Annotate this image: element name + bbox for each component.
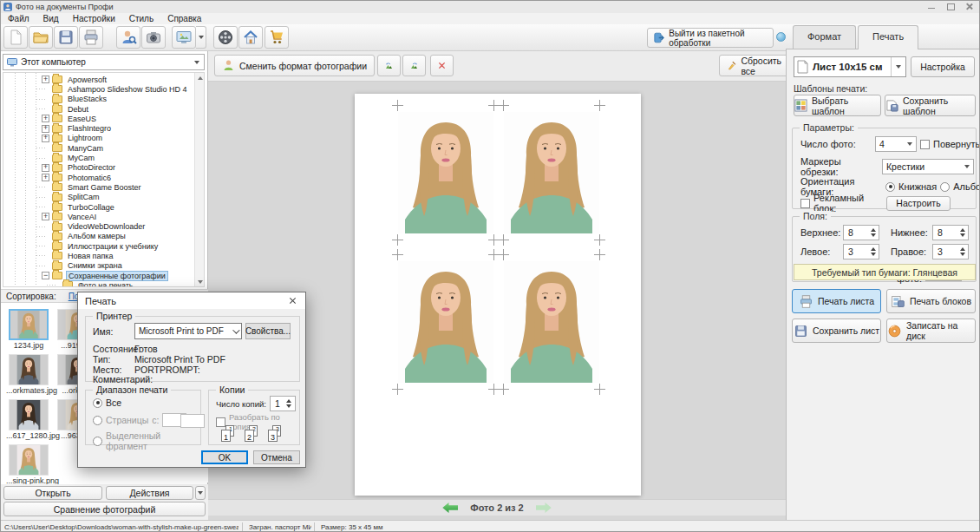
tree-item[interactable]: SplitCam bbox=[3, 193, 193, 202]
tree-item[interactable]: BlueStacks bbox=[3, 95, 193, 104]
actions-dropdown[interactable] bbox=[195, 486, 206, 500]
tree-item[interactable]: ManyCam bbox=[3, 143, 193, 153]
next-photo-icon[interactable] bbox=[536, 502, 552, 513]
ok-button[interactable]: OK bbox=[201, 450, 248, 464]
range-to-input[interactable] bbox=[180, 414, 205, 428]
tree-item[interactable]: Снимки экрана bbox=[3, 261, 193, 271]
tree-item[interactable]: Lightroom bbox=[3, 134, 193, 143]
ad-block-checkbox[interactable] bbox=[800, 199, 810, 208]
tree-item[interactable]: Debut bbox=[3, 104, 193, 114]
cancel-button[interactable]: Отмена bbox=[253, 450, 300, 464]
tree-item[interactable]: Альбом камеры bbox=[3, 232, 193, 241]
print-blocks-button[interactable]: Печать блоков bbox=[886, 289, 976, 313]
thumbnail[interactable]: ...sing-pink.png bbox=[6, 444, 51, 485]
menu-view[interactable]: Вид bbox=[36, 14, 66, 23]
printer-properties-button[interactable]: Свойства... bbox=[245, 323, 291, 339]
tree-item[interactable]: FlashIntegro bbox=[3, 123, 193, 133]
burn-disc-button[interactable]: Записать на диск bbox=[886, 319, 976, 343]
actions-button[interactable]: Действия bbox=[106, 486, 193, 500]
landscape-radio[interactable] bbox=[940, 182, 950, 192]
screen-format-button[interactable] bbox=[172, 26, 196, 49]
tree-item[interactable]: VanceAI bbox=[3, 212, 193, 221]
portrait-radio[interactable] bbox=[885, 182, 895, 192]
tree-item[interactable]: Apowersoft bbox=[3, 75, 193, 84]
range-pages-radio[interactable] bbox=[93, 416, 102, 425]
thumbnail[interactable]: ...orkmates.jpg bbox=[6, 354, 51, 395]
photo-slot[interactable] bbox=[398, 261, 493, 383]
open-button[interactable]: Открыть bbox=[3, 486, 102, 500]
dialog-close-button[interactable] bbox=[279, 292, 305, 309]
print-button[interactable] bbox=[79, 26, 103, 49]
thumbnail-selected[interactable]: 1234.jpg bbox=[6, 309, 51, 350]
save-button[interactable] bbox=[54, 26, 78, 49]
scroll-down-icon[interactable] bbox=[195, 277, 205, 286]
rotate-left-button[interactable] bbox=[377, 55, 401, 76]
new-document-button[interactable] bbox=[3, 26, 28, 49]
camera-button[interactable] bbox=[141, 26, 166, 49]
margin-right-spinner[interactable]: 3 bbox=[932, 244, 969, 259]
expand-icon[interactable] bbox=[42, 213, 49, 220]
expand-icon[interactable] bbox=[42, 76, 49, 83]
reset-all-button[interactable]: Сбросить все bbox=[719, 55, 793, 76]
expand-icon[interactable] bbox=[42, 135, 49, 142]
save-template-button[interactable]: Сохранить шаблон bbox=[885, 95, 976, 116]
computer-combo[interactable]: Этот компьютер bbox=[3, 54, 205, 70]
tab-format[interactable]: Формат bbox=[793, 25, 856, 49]
configure-ad-button[interactable]: Настроить bbox=[886, 196, 951, 211]
tree-item[interactable]: Новая папка bbox=[3, 251, 193, 260]
margin-top-spinner[interactable]: 8 bbox=[843, 225, 879, 240]
paper-settings-button[interactable]: Настройка bbox=[911, 56, 975, 77]
open-folder-button[interactable] bbox=[29, 26, 53, 49]
printer-name-combo[interactable]: Microsoft Print to PDF bbox=[134, 323, 242, 339]
photo-search-button[interactable] bbox=[116, 26, 140, 49]
copies-spinner[interactable]: 1 bbox=[270, 396, 296, 411]
tree-item[interactable]: TurboCollage bbox=[3, 202, 193, 212]
menu-help[interactable]: Справка bbox=[160, 14, 208, 23]
video-button[interactable] bbox=[213, 26, 238, 49]
close-icon[interactable] bbox=[965, 3, 974, 10]
menu-file[interactable]: Файл bbox=[1, 14, 36, 23]
rotate-checkbox[interactable] bbox=[920, 140, 930, 149]
range-all-radio[interactable] bbox=[93, 398, 102, 408]
tree-item[interactable]: Ashampoo Slideshow Studio HD 4 bbox=[3, 84, 193, 94]
expand-icon[interactable] bbox=[42, 115, 49, 122]
help-icon[interactable] bbox=[776, 32, 786, 42]
tree-item-selected[interactable]: Сохраненные фотографии bbox=[3, 271, 193, 280]
menu-settings[interactable]: Настройки bbox=[66, 14, 122, 23]
margin-bottom-spinner[interactable]: 8 bbox=[932, 225, 969, 240]
change-format-button[interactable]: Сменить формат фотографии bbox=[214, 55, 375, 76]
photo-slot[interactable] bbox=[504, 261, 599, 383]
range-selection-radio[interactable] bbox=[93, 437, 102, 446]
tree-item[interactable]: PhotoDirector bbox=[3, 163, 193, 173]
maximize-icon[interactable] bbox=[946, 3, 955, 10]
minimize-icon[interactable] bbox=[927, 3, 936, 10]
collapse-icon[interactable] bbox=[42, 272, 49, 279]
crop-markers-combo[interactable]: Крестики bbox=[882, 159, 974, 174]
print-dialog-titlebar[interactable]: Печать bbox=[78, 292, 305, 309]
choose-template-button[interactable]: Выбрать шаблон bbox=[794, 95, 881, 116]
scroll-up-icon[interactable] bbox=[195, 73, 205, 82]
expand-icon[interactable] bbox=[42, 174, 49, 181]
expand-icon[interactable] bbox=[42, 164, 49, 172]
tree-scrollbar[interactable] bbox=[194, 73, 204, 286]
tree-item[interactable]: Фото на печать bbox=[3, 280, 193, 287]
shop-button[interactable] bbox=[265, 26, 289, 49]
screen-format-dropdown[interactable] bbox=[196, 26, 206, 49]
exit-batch-button[interactable]: Выйти из пакетной обработки bbox=[647, 28, 774, 48]
tree-item[interactable]: MyCam bbox=[3, 153, 193, 162]
tree-item[interactable]: Smart Game Booster bbox=[3, 182, 193, 192]
tree-item[interactable]: VideoWebDownloader bbox=[3, 221, 193, 231]
photo-slot[interactable] bbox=[504, 112, 599, 233]
photo-slot[interactable] bbox=[398, 112, 493, 233]
expand-icon[interactable] bbox=[42, 125, 49, 133]
thumbnail[interactable]: ...617_1280.jpg bbox=[6, 399, 51, 440]
paper-size-combo[interactable]: Лист 10x15 см bbox=[794, 56, 906, 77]
delete-photo-button[interactable] bbox=[430, 55, 454, 76]
print-sheet-button[interactable]: Печать листа bbox=[792, 289, 881, 313]
menu-style[interactable]: Стиль bbox=[122, 14, 160, 23]
tree-item[interactable]: Иллюстрации к учебнику bbox=[3, 241, 193, 251]
tree-item[interactable]: Photomatic6 bbox=[3, 173, 193, 182]
compare-photos-button[interactable]: Сравнение фотографий bbox=[3, 502, 206, 516]
prev-photo-icon[interactable] bbox=[442, 502, 458, 513]
photo-count-combo[interactable]: 4 bbox=[875, 136, 917, 152]
